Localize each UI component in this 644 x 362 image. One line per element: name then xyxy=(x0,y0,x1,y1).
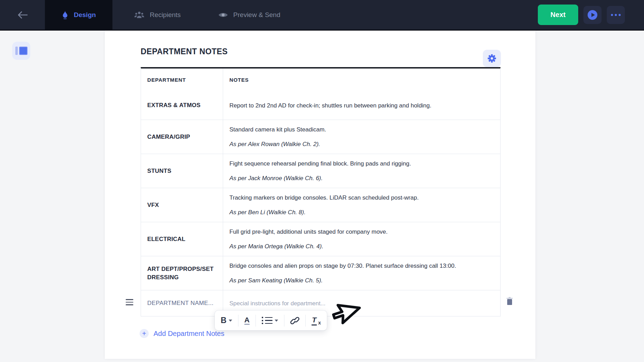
row-drag-handle-icon[interactable] xyxy=(126,299,133,305)
department-cell[interactable]: STUNTS xyxy=(141,154,223,188)
table-row[interactable]: STUNTSFight sequence rehearsal pending f… xyxy=(141,154,500,188)
text-format-toolbar: B A T x xyxy=(215,311,327,330)
tab-label: Recipients xyxy=(150,11,181,19)
note-subtext: As per Ben Li (Walkie Ch. 8). xyxy=(229,208,494,217)
header-notes: NOTES xyxy=(223,69,500,91)
link-icon xyxy=(290,316,299,325)
notes-cell[interactable]: Fight sequence rehearsal pending final b… xyxy=(223,154,500,188)
top-navigation-bar: Design Recipients Preview & Send Next xyxy=(0,0,644,31)
note-text: Standard camera kit plus Steadicam. xyxy=(229,125,494,134)
play-icon xyxy=(588,10,597,20)
note-subtext: As per Alex Rowan (Walkie Ch. 2). xyxy=(229,140,494,148)
notes-cell[interactable]: Report to 2nd 2nd AD for check-in; shutt… xyxy=(223,91,500,120)
note-text: Fight sequence rehearsal pending final b… xyxy=(229,159,494,168)
add-department-notes-button[interactable]: + Add Department Notes xyxy=(140,329,224,338)
department-cell[interactable]: ELECTRICAL xyxy=(141,222,223,256)
notes-cell[interactable]: Full grid pre-light, additional units st… xyxy=(223,222,500,256)
note-text: Report to 2nd 2nd AD for check-in; shutt… xyxy=(229,101,494,110)
department-name-input[interactable]: DEPARTMENT NAME... xyxy=(141,290,223,316)
document-canvas: DEPARTMENT NOTES DEPARTMENT NOTES EXTRAS… xyxy=(105,31,535,359)
bold-button[interactable]: B xyxy=(221,316,232,325)
notes-cell[interactable]: Bridge consoles and alien props on stage… xyxy=(223,256,500,290)
gear-icon xyxy=(487,54,497,63)
sidebar-toggle-button[interactable] xyxy=(12,42,30,60)
table-row[interactable]: EXTRAS & ATMOSReport to 2nd 2nd AD for c… xyxy=(141,91,500,120)
table-row[interactable]: CAMERA/GRIPStandard camera kit plus Stea… xyxy=(141,120,500,154)
list-button[interactable] xyxy=(262,317,278,324)
tab-preview-send[interactable]: Preview & Send xyxy=(206,0,292,30)
play-button[interactable] xyxy=(583,6,602,24)
section-title: DEPARTMENT NOTES xyxy=(141,47,228,56)
header-department: DEPARTMENT xyxy=(141,69,223,91)
ellipsis-icon xyxy=(611,14,621,16)
chevron-down-icon xyxy=(275,320,278,322)
table-row[interactable]: ART DEPT/PROPS/SET DRESSINGBridge consol… xyxy=(141,256,500,290)
tab-design[interactable]: Design xyxy=(45,0,112,30)
panel-left-icon xyxy=(15,47,18,55)
table-row[interactable]: VFXTracking markers on bridge consoles. … xyxy=(141,188,500,222)
tab-recipients[interactable]: Recipients xyxy=(122,0,193,30)
ink-drop-icon xyxy=(62,10,69,19)
notes-cell[interactable]: Standard camera kit plus Steadicam.As pe… xyxy=(223,120,500,154)
table-header-row: DEPARTMENT NOTES xyxy=(141,69,500,91)
department-cell[interactable]: ART DEPT/PROPS/SET DRESSING xyxy=(141,256,223,290)
department-cell[interactable]: EXTRAS & ATMOS xyxy=(141,91,223,120)
note-text: Tracking markers on bridge consoles. LiD… xyxy=(229,193,494,202)
note-text: Bridge consoles and alien props on stage… xyxy=(229,262,494,270)
note-subtext: As per Sam Keating (Walkie Ch. 5). xyxy=(229,276,494,285)
table-body: EXTRAS & ATMOSReport to 2nd 2nd AD for c… xyxy=(141,91,500,290)
trash-icon xyxy=(506,297,513,306)
department-notes-table: DEPARTMENT NOTES EXTRAS & ATMOSReport to… xyxy=(141,67,501,316)
note-subtext: As per Maria Ortega (Walkie Ch. 4). xyxy=(229,242,494,251)
note-subtext: As per Jack Monroe (Walkie Ch. 6). xyxy=(229,174,494,183)
table-row[interactable]: ELECTRICALFull grid pre-light, additiona… xyxy=(141,222,500,256)
back-button[interactable] xyxy=(0,0,45,30)
delete-row-button[interactable] xyxy=(505,297,514,306)
arrow-left-icon xyxy=(17,11,28,19)
tab-label: Design xyxy=(74,11,96,19)
topbar-actions: Next xyxy=(538,0,644,30)
notes-cell[interactable]: Tracking markers on bridge consoles. LiD… xyxy=(223,188,500,222)
department-cell[interactable]: CAMERA/GRIP xyxy=(141,120,223,154)
department-cell[interactable]: VFX xyxy=(141,188,223,222)
plus-icon: + xyxy=(140,329,149,338)
ordered-list-icon xyxy=(262,317,273,324)
eye-icon xyxy=(218,11,228,18)
section-settings-button[interactable] xyxy=(483,50,501,67)
more-options-button[interactable] xyxy=(607,6,625,24)
chevron-down-icon xyxy=(229,320,232,322)
people-icon xyxy=(134,11,144,19)
insert-link-button[interactable] xyxy=(290,316,299,325)
note-text: Full grid pre-light, additional units st… xyxy=(229,227,494,236)
tab-label: Preview & Send xyxy=(233,11,280,19)
clear-formatting-button[interactable]: T x xyxy=(312,316,321,325)
text-color-button[interactable]: A xyxy=(244,316,250,325)
next-button[interactable]: Next xyxy=(538,5,578,25)
